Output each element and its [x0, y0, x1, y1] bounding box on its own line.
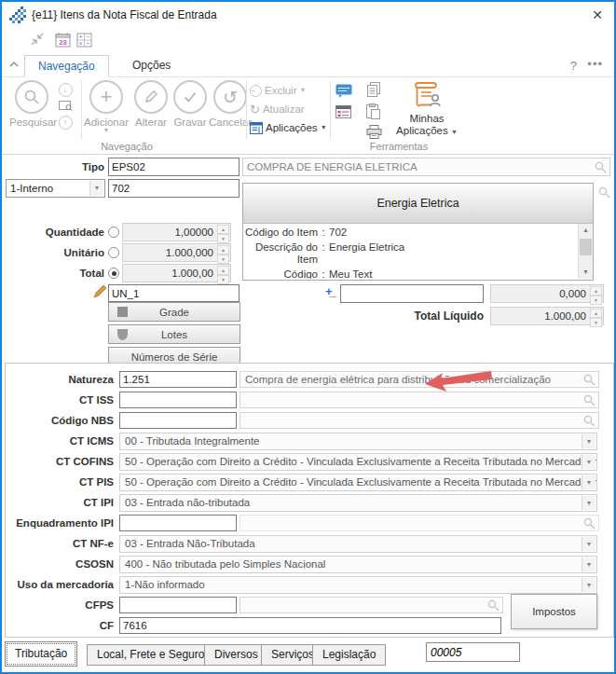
total-radio[interactable]	[108, 268, 119, 279]
aplicacoes-button[interactable]: Aplicações ▼	[250, 119, 326, 136]
app-window: {e11} Itens da Nota Fiscal de Entrada ✕ …	[0, 0, 616, 674]
ct-cofins-row: CT COFINS 50 - Operação com Direito a Cr…	[6, 453, 613, 470]
spinner-buttons[interactable]: ▲▼	[590, 286, 602, 301]
search-icon[interactable]	[583, 415, 595, 427]
chevron-down-icon[interactable]: ▼	[582, 434, 595, 448]
ct-cofins-combo[interactable]: 50 - Operação com Direito a Crédito - Vi…	[119, 453, 597, 471]
uso-mercadoria-combo[interactable]: 1-Não informado ▼	[119, 576, 597, 594]
search-icon[interactable]	[583, 394, 595, 406]
ribbon-separator	[330, 81, 331, 139]
spinner-buttons[interactable]: ▲▼	[217, 225, 229, 240]
item-code-input[interactable]	[108, 179, 240, 198]
ct-iss-row: CT ISS	[6, 392, 613, 408]
adicionar-dropdown-icon[interactable]: ▼	[84, 128, 129, 133]
csosn-combo[interactable]: 400 - Não tributada pelo Simples Naciona…	[119, 556, 597, 573]
minhas-aplicacoes-button[interactable]: Minhas Aplicações ▼	[391, 79, 462, 137]
goto-previous-icon[interactable]: ↑	[54, 116, 76, 130]
lotes-button[interactable]: Lotes	[108, 324, 240, 344]
codigo-nbs-desc-field	[240, 412, 599, 429]
unitario-field[interactable]: 1.000,000 ▲▼	[122, 243, 231, 262]
excluir-button[interactable]: − Excluir ▼	[250, 82, 326, 99]
titlebar: {e11} Itens da Nota Fiscal de Entrada ✕	[2, 2, 614, 28]
item-lookup-search-icon[interactable]	[598, 186, 610, 199]
paste-icon[interactable]	[366, 103, 380, 119]
pencil-edit-icon[interactable]	[93, 284, 107, 298]
chat-icon[interactable]	[335, 84, 352, 98]
spinner-buttons[interactable]: ▲▼	[590, 309, 602, 323]
total-liquido-field[interactable]: 1.000,00 ▲▼	[490, 307, 604, 325]
uso-mercadoria-row: Uso da mercadoria 1-Não informado ▼	[6, 576, 613, 593]
scroll-up-icon[interactable]: ▲	[579, 224, 593, 237]
search-icon[interactable]	[583, 374, 595, 386]
sign-input[interactable]	[340, 284, 484, 303]
tab-diversos[interactable]: Diversos	[204, 644, 268, 666]
tab-local-frete-seguro[interactable]: Local, Frete e Seguro	[87, 644, 214, 666]
chevron-down-icon[interactable]: ▼	[582, 455, 595, 469]
unitario-radio[interactable]	[108, 247, 119, 258]
goto-next-icon[interactable]: ↓	[54, 83, 76, 97]
more-options-icon[interactable]: •••	[587, 57, 603, 71]
tipo-desc-field: COMPRA DE ENERGIA ELETRICA	[242, 158, 610, 176]
ct-ipi-combo[interactable]: 03 - Entrada não-tributada ▼	[119, 494, 597, 512]
plus-minus-sign-icon[interactable]: +_	[325, 284, 336, 298]
search-icon[interactable]	[595, 161, 607, 173]
panel-row: Código:Meu Text	[243, 268, 593, 279]
panel-row: Código do Item:702	[243, 227, 593, 239]
ct-icms-combo[interactable]: 00 - Tributada Integralmente ▼	[119, 433, 597, 450]
adicionar-button[interactable]: + Adicionar ▼	[84, 80, 129, 133]
ct-iss-input[interactable]	[119, 392, 237, 408]
copy-icon[interactable]	[366, 82, 381, 98]
chevron-down-icon[interactable]: ▼	[582, 496, 595, 510]
scrollbar-thumb[interactable]	[580, 239, 592, 255]
chevron-down-icon[interactable]: ▼	[89, 181, 103, 196]
chevron-down-icon[interactable]: ▼	[582, 557, 595, 571]
sign-amount-field[interactable]: 0,000 ▲▼	[490, 284, 604, 303]
alterar-button[interactable]: Alterar	[131, 80, 171, 128]
help-icon[interactable]: ?	[570, 59, 577, 73]
tab-opcoes[interactable]: Opções	[119, 55, 184, 77]
collapse-window-icon[interactable]	[30, 33, 45, 46]
search-icon[interactable]	[487, 599, 500, 612]
search-icon[interactable]	[583, 517, 595, 530]
printer-icon[interactable]	[366, 125, 382, 139]
chevron-down-icon[interactable]: ▼	[582, 475, 595, 489]
atualizar-button[interactable]: ↻ Atualizar	[250, 101, 326, 117]
origem-combo[interactable]: 1-Interno ▼	[6, 179, 105, 198]
svg-text:−: −	[86, 34, 89, 40]
refresh-icon: ↻	[250, 103, 260, 116]
goto-search-icon[interactable]	[54, 100, 76, 113]
tab-tributacao[interactable]: Tributação	[5, 641, 77, 667]
codigo-nbs-input[interactable]	[119, 412, 237, 429]
spinner-buttons[interactable]: ▲▼	[217, 266, 229, 281]
impostos-button[interactable]: Impostos	[511, 594, 597, 629]
ct-nfe-combo[interactable]: 03 - Entrada Não-Tributada ▼	[119, 535, 597, 553]
spinner-buttons[interactable]: ▲▼	[217, 245, 229, 260]
scroll-down-icon[interactable]: ▼	[579, 266, 593, 279]
chevron-down-icon[interactable]: ▼	[582, 578, 595, 592]
record-number-field[interactable]	[426, 642, 520, 662]
pesquisar-button[interactable]: Pesquisar	[9, 80, 54, 128]
ribbon-collapse-icon[interactable]	[9, 62, 19, 67]
calculator-icon[interactable]: + − × ÷	[76, 33, 92, 48]
ct-pis-combo[interactable]: 50 - Operação com Direito a Crédito - Vi…	[119, 474, 597, 491]
chevron-down-icon[interactable]: ▼	[582, 537, 595, 551]
gravar-button[interactable]: Gravar	[171, 80, 209, 128]
enquadramento-ipi-input[interactable]	[119, 515, 237, 531]
total-label: Total	[21, 264, 104, 282]
total-field[interactable]: 1.000,00 ▲▼	[122, 264, 231, 282]
un-input[interactable]	[108, 284, 240, 302]
unitario-label: Unitário	[21, 243, 104, 262]
calendar-icon[interactable]: 23	[55, 33, 71, 48]
natureza-input[interactable]	[119, 371, 237, 388]
notes-icon[interactable]	[335, 105, 351, 118]
cf-input[interactable]	[119, 617, 501, 634]
quantidade-radio[interactable]	[108, 227, 119, 238]
close-icon[interactable]: ✕	[592, 7, 603, 22]
tab-legislacao[interactable]: Legislação	[312, 644, 386, 666]
quantidade-field[interactable]: 1,00000 ▲▼	[122, 223, 231, 241]
cfps-input[interactable]	[119, 597, 237, 613]
tab-navegacao[interactable]: Navegação	[24, 55, 109, 77]
panel-scrollbar[interactable]: ▲ ▼	[578, 224, 593, 279]
grade-button[interactable]: Grade	[108, 302, 240, 322]
tipo-input[interactable]	[108, 158, 240, 176]
